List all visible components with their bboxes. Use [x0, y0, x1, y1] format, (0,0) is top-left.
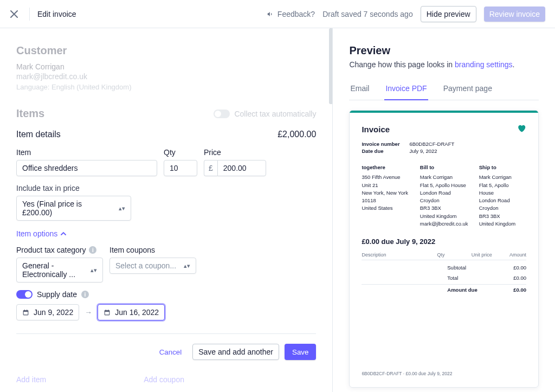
customer-language: Language: English (United Kingdom): [16, 83, 316, 91]
doc-summary: Subtotal £0.00 Total £0.00 Amount due £0…: [362, 262, 526, 295]
doc-invnum-label: Invoice number: [362, 141, 404, 147]
arrow-right-icon: →: [85, 308, 92, 317]
item-details-label: Item details: [16, 130, 61, 139]
coupons-select[interactable]: Select a coupon... ▴▾: [109, 258, 196, 274]
add-coupon-link[interactable]: Add coupon: [144, 375, 184, 384]
supply-date-label: Supply date: [37, 290, 77, 299]
doc-invnum-value: 6B0DB2CF-DRAFT: [409, 141, 454, 147]
supply-date-end[interactable]: Jun 16, 2022: [98, 304, 165, 320]
chevron-updown-icon: ▴▾: [119, 206, 125, 210]
customer-section: Customer Mark Corrigan mark@jlbcredit.co…: [16, 44, 316, 91]
customer-email: mark@jlbcredit.co.uk: [16, 72, 316, 81]
doc-shipto-block: Ship to Mark Corrigan Flat 5, Apollo Hou…: [479, 164, 526, 228]
customer-name: Mark Corrigan: [16, 62, 316, 71]
info-icon[interactable]: i: [89, 246, 96, 254]
branding-settings-link[interactable]: branding settings: [455, 60, 513, 69]
doc-heading: Invoice: [362, 125, 390, 134]
doc-due-label: Date due: [362, 148, 404, 154]
chevron-up-icon: [61, 231, 66, 236]
coupons-label: Item coupons: [109, 246, 196, 254]
doc-footer: 6B0DB2CF-DRAFT · £0.00 due July 9, 2022: [362, 371, 526, 376]
price-input[interactable]: 200.00: [217, 160, 266, 176]
preview-title: Preview: [349, 44, 539, 57]
tab-email[interactable]: Email: [349, 79, 370, 100]
chevron-updown-icon: ▴▾: [184, 264, 190, 268]
item-label: Item: [16, 148, 157, 157]
tab-payment-page[interactable]: Payment page: [442, 79, 493, 100]
include-tax-label: Include tax in price: [16, 184, 316, 192]
page-title: Edit invoice: [37, 10, 76, 18]
preview-pane: Preview Change how this page looks in br…: [333, 28, 555, 392]
supply-date-start[interactable]: Jun 9, 2022: [16, 304, 79, 320]
close-icon[interactable]: [7, 7, 22, 22]
save-add-another-button[interactable]: Save and add another: [192, 344, 279, 360]
item-details-total: £2,000.00: [278, 130, 316, 139]
item-options-toggle[interactable]: Item options: [16, 229, 66, 238]
tax-category-label: Product tax category: [16, 246, 86, 254]
info-icon[interactable]: i: [81, 291, 89, 298]
megaphone-icon: [267, 10, 274, 18]
tax-category-select[interactable]: General - Electronically ... ▴▾: [16, 258, 103, 282]
doc-due-headline: £0.00 due July 9, 2022: [362, 237, 526, 246]
review-invoice-button[interactable]: Review invoice: [484, 7, 545, 22]
chevron-updown-icon: ▴▾: [91, 268, 97, 272]
editor-pane: Customer Mark Corrigan mark@jlbcredit.co…: [0, 28, 333, 392]
include-tax-select[interactable]: Yes (Final price is £200.00) ▴▾: [16, 196, 131, 221]
save-button[interactable]: Save: [285, 344, 316, 360]
price-currency: £: [204, 160, 217, 176]
qty-input[interactable]: 10: [164, 160, 197, 176]
tab-invoice-pdf[interactable]: Invoice PDF: [384, 79, 428, 100]
doc-billto-block: Bill to Mark Corrigan Flat 5, Apollo Hou…: [420, 164, 468, 228]
header-divider: [29, 8, 30, 21]
divider: [16, 333, 316, 334]
draft-status: Draft saved 7 seconds ago: [322, 10, 413, 18]
calendar-icon: [104, 309, 111, 316]
hide-preview-button[interactable]: Hide preview: [421, 6, 476, 22]
supply-date-toggle[interactable]: [16, 290, 33, 299]
feedback-link[interactable]: Feedback?: [267, 10, 315, 18]
collect-tax-label: Collect tax automatically: [234, 110, 316, 118]
add-item-link[interactable]: Add item: [16, 375, 46, 384]
scrollbar[interactable]: [329, 28, 333, 392]
collect-tax-row: Collect tax automatically: [214, 110, 316, 118]
preview-subtitle: Change how this page looks in branding s…: [349, 60, 539, 69]
logo-icon: [517, 124, 526, 134]
price-label: Price: [204, 148, 266, 157]
doc-from-block: togethere 350 Fifth Avenue Unit 21 New Y…: [362, 164, 409, 228]
cancel-button[interactable]: Cancel: [154, 344, 188, 360]
app-header: Edit invoice Feedback? Draft saved 7 sec…: [0, 0, 555, 28]
doc-due-value: July 9, 2022: [409, 148, 437, 154]
collect-tax-toggle[interactable]: [214, 110, 230, 118]
doc-table-header: Description Qty Unit price Amount: [362, 252, 526, 260]
preview-tabs: Email Invoice PDF Payment page: [349, 79, 539, 100]
qty-label: Qty: [164, 148, 197, 157]
calendar-icon: [22, 309, 29, 316]
items-heading: Items: [16, 107, 44, 120]
customer-heading: Customer: [16, 44, 316, 57]
invoice-document: Invoice Invoice number 6B0DB2CF-DRAFT Da…: [349, 110, 539, 388]
item-name-input[interactable]: Office shredders: [16, 160, 157, 176]
